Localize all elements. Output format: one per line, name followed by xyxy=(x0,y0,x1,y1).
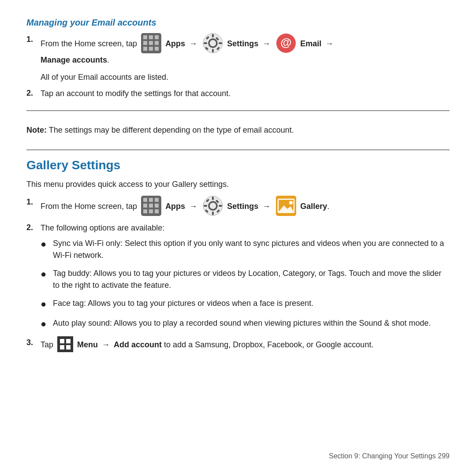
step-number-2: 2. xyxy=(26,88,39,98)
tagbuddy-term: Tag buddy xyxy=(53,269,89,278)
svg-rect-48 xyxy=(66,339,71,343)
gallery-step-1-content: From the Home screen, tap xyxy=(41,197,450,217)
email-section-title: Managing your Email accounts xyxy=(26,18,450,28)
footer: Section 9: Changing Your Settings 299 xyxy=(329,452,450,460)
svg-rect-27 xyxy=(149,204,153,208)
step-number-1: 1. xyxy=(26,34,39,44)
gallery-arrow1: → xyxy=(189,202,197,211)
facetag-term: Face tag xyxy=(53,299,84,308)
svg-rect-12 xyxy=(212,34,214,37)
email-indented-text: All of your Email accounts are listed. xyxy=(41,71,450,83)
arrow2: → xyxy=(262,39,270,48)
settings-icon-2 xyxy=(203,196,223,216)
svg-rect-23 xyxy=(143,198,147,202)
divider-2 xyxy=(26,149,450,150)
bullet-dot-4: ● xyxy=(41,316,49,331)
svg-rect-6 xyxy=(155,41,159,45)
sync-term: Sync via Wi-Fi only xyxy=(53,239,120,248)
bullet-item-autoplaysound: ● Auto play sound: Allows you to play a … xyxy=(41,317,450,331)
gallery-step-number-2: 2. xyxy=(26,222,39,232)
svg-rect-29 xyxy=(143,209,147,213)
svg-rect-49 xyxy=(60,345,64,350)
svg-rect-14 xyxy=(204,42,207,44)
svg-rect-36 xyxy=(204,205,207,207)
gallery-step-number-3: 3. xyxy=(26,337,39,347)
svg-text:@: @ xyxy=(281,36,292,49)
svg-rect-34 xyxy=(212,197,214,200)
svg-rect-30 xyxy=(149,209,153,213)
svg-rect-25 xyxy=(155,198,159,202)
svg-rect-46 xyxy=(57,336,73,352)
step3-arrow: → xyxy=(102,340,110,349)
step3-prefix: Tap xyxy=(41,340,53,349)
arrow3: → xyxy=(325,39,333,48)
svg-rect-24 xyxy=(149,198,153,202)
email-step-list: 1. From the Home screen, tap xyxy=(26,34,450,66)
svg-rect-35 xyxy=(212,212,214,215)
gallery-step-1: 1. From the Home screen, tap xyxy=(26,197,450,217)
svg-rect-2 xyxy=(149,35,153,39)
footer-text: Section 9: Changing Your Settings 299 xyxy=(329,452,450,460)
bullet-content-facetag: Face tag: Allows you to tag your picture… xyxy=(53,298,450,309)
bullet-dot-3: ● xyxy=(41,297,49,311)
email-step-2: 2. Tap an account to modify the settings… xyxy=(26,88,450,100)
svg-rect-5 xyxy=(149,41,153,45)
gallery-step-3: 3. Tap Menu → Add account to add a Samsu… xyxy=(26,337,450,353)
gallery-intro: This menu provides quick access to your … xyxy=(26,178,450,190)
bullet-content-autoplaysound: Auto play sound: Allows you to play a re… xyxy=(53,317,450,329)
settings-icon xyxy=(203,33,223,53)
svg-rect-8 xyxy=(149,47,153,51)
gallery-step-list: 1. From the Home screen, tap xyxy=(26,197,450,234)
settings-label-2: Settings xyxy=(227,202,258,211)
manage-accounts-label: Manage accounts xyxy=(41,56,107,64)
bullet-dot-1: ● xyxy=(41,237,49,251)
settings-label-1: Settings xyxy=(227,39,258,48)
gallery-step-2-content: The following options are available: xyxy=(41,222,450,234)
autoplaysound-desc: Allows you to play a recorded sound when… xyxy=(112,319,431,327)
note-box: Note: The settings may be different depe… xyxy=(26,119,450,141)
svg-rect-1 xyxy=(143,35,147,39)
svg-rect-28 xyxy=(155,204,159,208)
bullet-item-tagbuddy: ● Tag buddy: Allows you to tag your pict… xyxy=(41,268,450,291)
step1-suffix: . xyxy=(107,56,109,64)
svg-rect-50 xyxy=(66,345,71,350)
gallery-section-title: Gallery Settings xyxy=(26,158,450,172)
add-account-label: Add account xyxy=(114,340,162,349)
menu-icon xyxy=(57,336,73,352)
svg-rect-26 xyxy=(143,204,147,208)
gallery-step-number-1: 1. xyxy=(26,197,39,207)
gallery-bullet-list: ● Sync via Wi-Fi only: Select this optio… xyxy=(41,238,450,331)
email-step-2-content: Tap an account to modify the settings fo… xyxy=(41,88,450,100)
page: Managing your Email accounts 1. From the… xyxy=(0,0,476,376)
facetag-desc: Allows you to tag your pictures or video… xyxy=(86,299,313,308)
svg-rect-31 xyxy=(155,209,159,213)
menu-label: Menu xyxy=(77,340,98,349)
apps-label-2: Apps xyxy=(165,202,185,211)
step3-suffix: to add a Samsung, Dropbox, Facebook, or … xyxy=(162,340,373,349)
email-section: Managing your Email accounts 1. From the… xyxy=(26,18,450,100)
autoplaysound-term: Auto play sound xyxy=(53,319,110,327)
svg-rect-13 xyxy=(212,49,214,52)
gallery-step-3-content: Tap Menu → Add account to add a Samsung,… xyxy=(41,337,450,353)
gallery-icon xyxy=(276,196,296,216)
gallery-label: Gallery xyxy=(300,202,327,211)
arrow1: → xyxy=(189,39,197,48)
apps-icon-2 xyxy=(141,196,161,216)
bullet-content-sync: Sync via Wi-Fi only: Select this option … xyxy=(53,238,450,261)
tagbuddy-desc: Allows you to tag your pictures or video… xyxy=(53,269,442,290)
note-label: Note: xyxy=(26,126,47,134)
svg-rect-7 xyxy=(143,47,147,51)
gallery-step1-suffix: . xyxy=(327,202,329,211)
svg-rect-47 xyxy=(60,339,64,343)
bullet-item-sync: ● Sync via Wi-Fi only: Select this optio… xyxy=(41,238,450,261)
svg-rect-3 xyxy=(155,35,159,39)
bullet-item-facetag: ● Face tag: Allows you to tag your pictu… xyxy=(41,298,450,311)
gallery-step1-prefix: From the Home screen, tap xyxy=(41,202,137,211)
apps-label: Apps xyxy=(165,39,185,48)
svg-point-45 xyxy=(289,201,293,205)
svg-rect-37 xyxy=(219,205,222,207)
step1-prefix-text: From the Home screen, tap xyxy=(41,39,137,48)
svg-rect-15 xyxy=(219,42,222,44)
gallery-step-2: 2. The following options are available: xyxy=(26,222,450,234)
divider-1 xyxy=(26,110,450,111)
